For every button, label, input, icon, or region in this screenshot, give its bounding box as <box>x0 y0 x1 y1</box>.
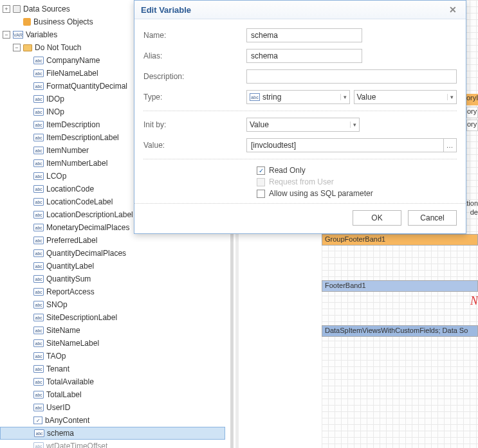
type-select[interactable]: abc string ▾ <box>246 90 350 104</box>
dialog-title: Edit Variable <box>141 5 191 15</box>
string-var-icon: abc <box>33 391 44 399</box>
tree-node-variable[interactable]: abcSNOp <box>0 298 225 311</box>
tree-label: Variables <box>26 30 57 39</box>
collapse-icon[interactable]: − <box>3 31 10 39</box>
tree-node-variable[interactable]: abcTAOp <box>0 350 225 363</box>
string-var-icon: abc <box>33 404 44 411</box>
bool-icon: ✓ <box>33 417 42 424</box>
alias-input[interactable] <box>246 49 362 63</box>
database-icon <box>13 5 21 13</box>
tree-node-variable[interactable]: abcSiteName <box>0 324 225 337</box>
string-var-icon: abc <box>33 442 44 448</box>
string-var-icon: abc <box>33 134 44 141</box>
tree-label: Do Not Touch <box>35 43 82 52</box>
tree-label: Tenant <box>46 364 69 373</box>
tree-label: FileNameLabel <box>46 69 98 78</box>
tree-label: PreferredLabel <box>46 236 97 245</box>
band-label: GroupFooterBand1 <box>325 235 385 243</box>
tree-label: ItemNumberLabel <box>46 159 107 168</box>
band-fragment: oryI <box>466 94 478 105</box>
init-by-text: Value <box>250 120 347 129</box>
string-var-icon: abc <box>33 262 44 270</box>
tree-label: LocationCodeLabel <box>46 197 113 206</box>
tree-label: SiteNameLabel <box>46 339 99 348</box>
tree-label: ItemDescriptionLabel <box>46 133 119 142</box>
string-var-icon: abc <box>33 378 44 386</box>
value-input[interactable]: [invcloudtest] … <box>246 138 457 152</box>
tree-label: TotalLabel <box>46 390 82 399</box>
band-label: DataSpItemViewsWithCustomFields; Data So <box>325 327 468 334</box>
checkbox-icon <box>257 178 265 186</box>
string-var-icon: abc <box>33 95 44 103</box>
tree-label: ReportAccess <box>46 287 95 296</box>
collapse-icon[interactable]: − <box>13 44 21 51</box>
init-by-select[interactable]: Value ▾ <box>246 118 360 132</box>
expression-editor-button[interactable]: … <box>443 139 456 152</box>
tree-label: schema <box>47 429 74 438</box>
string-var-icon: abc <box>33 327 44 334</box>
tree-node-variable[interactable]: abcSiteDescriptionLabel <box>0 311 225 324</box>
chevron-down-icon: ▾ <box>340 94 347 100</box>
tree-node-variable[interactable]: abcTotalAvailable <box>0 375 225 388</box>
data-band[interactable]: DataSpItemViewsWithCustomFields; Data So <box>322 325 478 337</box>
tree-label: QuantityDecimalPlaces <box>46 249 126 258</box>
tree-node-variable[interactable]: abcQuantityDecimalPlaces <box>0 247 225 260</box>
tree-node-variable[interactable]: abcUserID <box>0 401 225 414</box>
tree-node-variable[interactable]: abcPreferredLabel <box>0 234 225 247</box>
tree-label: QuantityLabel <box>46 262 94 271</box>
string-type-icon: abc <box>250 93 260 101</box>
close-icon[interactable]: ✕ <box>446 4 459 15</box>
band-fragment: ory <box>466 107 478 118</box>
tree-label: INOp <box>46 107 64 116</box>
ok-button[interactable]: OK <box>353 210 401 226</box>
string-var-icon: abc <box>33 339 44 347</box>
string-var-icon: abc <box>33 365 44 373</box>
string-var-icon: abc <box>33 249 44 257</box>
group-footer-band[interactable]: GroupFooterBand1 <box>322 234 478 246</box>
tree-label: QuantitySum <box>46 274 91 283</box>
string-var-icon: abc <box>33 82 44 90</box>
tree-node-variable[interactable]: abcTenant <box>0 363 225 375</box>
request-from-user-checkbox: Request from User <box>257 177 457 186</box>
chevron-down-icon: ▾ <box>350 121 356 128</box>
label-description: Description: <box>143 72 246 81</box>
type-kind-select[interactable]: Value ▾ <box>354 90 457 104</box>
tree-label: Data Sources <box>23 4 70 13</box>
band-label: FooterBand1 <box>325 282 366 289</box>
string-var-icon: abc <box>33 57 44 64</box>
string-var-icon: abc <box>33 108 44 116</box>
tree-node-variable-selected[interactable]: abc schema <box>0 427 225 440</box>
tree-node-variable[interactable]: abcSiteNameLabel <box>0 337 225 350</box>
tree-label: wtDateTimeOffset <box>46 442 107 448</box>
string-var-icon: abc <box>33 185 44 193</box>
string-var-icon: abc <box>33 147 44 154</box>
tree-label: ItemDescription <box>46 120 100 129</box>
read-only-checkbox[interactable]: ✓ Read Only <box>257 166 457 175</box>
string-var-icon: abc <box>33 275 44 283</box>
text-fragment-n: N <box>470 294 478 308</box>
label-init-by: Init by: <box>143 120 246 129</box>
string-var-icon: abc <box>33 352 44 360</box>
type-kind-text: Value <box>357 93 445 102</box>
description-input[interactable] <box>246 69 457 84</box>
footer-band[interactable]: FooterBand1 <box>322 280 478 292</box>
tree-label: ItemNumber <box>46 146 89 155</box>
tree-node-variable[interactable]: abcQuantitySum <box>0 273 225 285</box>
string-var-icon: abc <box>33 314 44 321</box>
tree-node-variable-cut[interactable]: abc wtDateTimeOffset <box>0 440 225 448</box>
tree-node-variable-bool[interactable]: ✓ bAnyContent <box>0 414 225 427</box>
string-var-icon: abc <box>33 159 44 167</box>
tree-node-variable[interactable]: abcTotalLabel <box>0 388 225 401</box>
folder-icon <box>23 44 32 51</box>
label-type: Type: <box>143 93 246 102</box>
expand-icon[interactable]: + <box>3 5 10 13</box>
cancel-button[interactable]: Cancel <box>408 210 457 226</box>
dialog-header[interactable]: Edit Variable ✕ <box>134 1 466 19</box>
tree-node-variable[interactable]: abcReportAccess <box>0 285 225 298</box>
tree-label: SiteName <box>46 326 80 335</box>
string-var-icon: abc <box>34 429 44 437</box>
allow-sql-checkbox[interactable]: Allow using as SQL parameter <box>257 189 457 198</box>
name-input[interactable] <box>246 28 362 42</box>
tree-node-variable[interactable]: abcQuantityLabel <box>0 260 225 273</box>
tree-label: Business Objects <box>33 17 93 26</box>
